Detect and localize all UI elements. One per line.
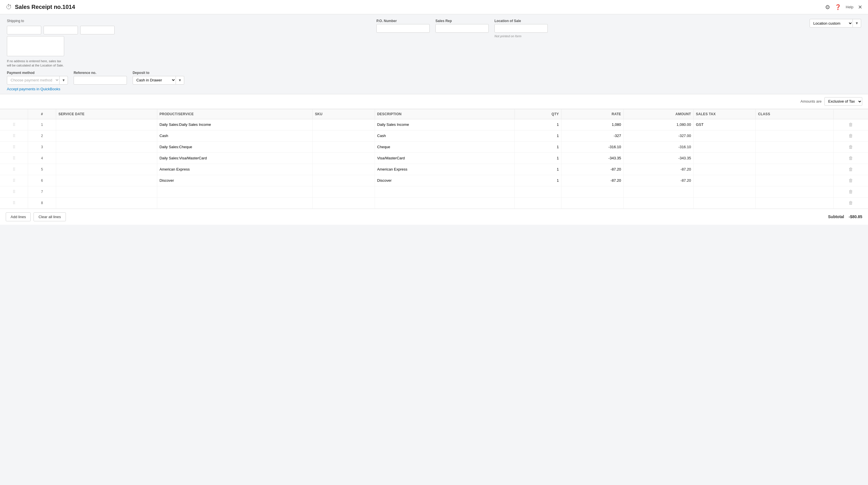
- drag-handle[interactable]: ⠿: [0, 130, 28, 141]
- delete-cell[interactable]: 🗑: [833, 197, 868, 208]
- rate-cell[interactable]: [561, 175, 623, 186]
- qty-cell[interactable]: [515, 130, 561, 141]
- service-date-cell[interactable]: [56, 152, 157, 164]
- rate-cell[interactable]: [561, 152, 623, 164]
- location-of-sale-input[interactable]: [494, 24, 548, 33]
- qty-cell[interactable]: [515, 186, 561, 197]
- description-cell[interactable]: [375, 130, 515, 141]
- payment-method-select[interactable]: Choose payment method Cash Check Credit …: [7, 78, 59, 83]
- drag-handle[interactable]: ⠿: [0, 197, 28, 208]
- close-icon[interactable]: ✕: [858, 4, 862, 10]
- class-cell[interactable]: [756, 164, 833, 175]
- delete-row-button[interactable]: 🗑: [847, 133, 855, 139]
- shipping-input-2[interactable]: [43, 26, 78, 34]
- sku-cell[interactable]: [313, 152, 375, 164]
- rate-cell[interactable]: [561, 119, 623, 130]
- reference-input[interactable]: [73, 76, 127, 85]
- delete-row-button[interactable]: 🗑: [847, 200, 855, 206]
- delete-cell[interactable]: 🗑: [833, 164, 868, 175]
- drag-handle[interactable]: ⠿: [0, 141, 28, 152]
- product-service-cell[interactable]: [157, 152, 313, 164]
- sku-cell[interactable]: [313, 186, 375, 197]
- description-cell[interactable]: [375, 164, 515, 175]
- sku-cell[interactable]: [313, 175, 375, 186]
- sales-tax-cell[interactable]: [693, 197, 756, 208]
- rate-cell[interactable]: [561, 164, 623, 175]
- delete-row-button[interactable]: 🗑: [847, 166, 855, 173]
- sales-tax-cell[interactable]: [693, 141, 756, 152]
- description-cell[interactable]: [375, 152, 515, 164]
- delete-row-button[interactable]: 🗑: [847, 155, 855, 161]
- deposit-select[interactable]: Cash in Drawer: [133, 78, 176, 83]
- class-cell[interactable]: [756, 152, 833, 164]
- product-service-cell[interactable]: [157, 130, 313, 141]
- rate-cell[interactable]: [561, 197, 623, 208]
- delete-row-button[interactable]: 🗑: [847, 144, 855, 150]
- class-cell[interactable]: [756, 141, 833, 152]
- delete-cell[interactable]: 🗑: [833, 152, 868, 164]
- description-cell[interactable]: [375, 186, 515, 197]
- help-label[interactable]: Help: [846, 5, 854, 9]
- sales-tax-cell[interactable]: [693, 164, 756, 175]
- shipping-input-1[interactable]: [7, 26, 41, 34]
- service-date-cell[interactable]: [56, 164, 157, 175]
- sales-tax-cell[interactable]: [693, 186, 756, 197]
- qty-cell[interactable]: [515, 175, 561, 186]
- location-dropdown[interactable]: Location custom ▼: [810, 19, 861, 28]
- delete-cell[interactable]: 🗑: [833, 141, 868, 152]
- sku-cell[interactable]: [313, 197, 375, 208]
- delete-cell[interactable]: 🗑: [833, 175, 868, 186]
- sku-cell[interactable]: [313, 119, 375, 130]
- service-date-cell[interactable]: [56, 141, 157, 152]
- drag-handle[interactable]: ⠿: [0, 152, 28, 164]
- drag-handle[interactable]: ⠿: [0, 164, 28, 175]
- service-date-cell[interactable]: [56, 175, 157, 186]
- settings-icon[interactable]: ⚙: [825, 4, 830, 10]
- description-cell[interactable]: [375, 119, 515, 130]
- delete-row-button[interactable]: 🗑: [847, 121, 855, 128]
- sales-tax-cell[interactable]: [693, 119, 756, 130]
- shipping-input-3[interactable]: [80, 26, 115, 34]
- location-select[interactable]: Location custom: [810, 21, 852, 26]
- po-number-input[interactable]: [376, 24, 430, 33]
- drag-handle[interactable]: ⠿: [0, 186, 28, 197]
- help-icon[interactable]: ❓: [835, 4, 841, 10]
- deposit-dropdown[interactable]: Cash in Drawer ▼: [133, 76, 184, 85]
- product-service-cell[interactable]: [157, 197, 313, 208]
- qty-cell[interactable]: [515, 141, 561, 152]
- qty-cell[interactable]: [515, 152, 561, 164]
- description-cell[interactable]: [375, 197, 515, 208]
- product-service-cell[interactable]: [157, 186, 313, 197]
- class-cell[interactable]: [756, 130, 833, 141]
- description-cell[interactable]: [375, 141, 515, 152]
- sku-cell[interactable]: [313, 164, 375, 175]
- service-date-cell[interactable]: [56, 186, 157, 197]
- rate-cell[interactable]: [561, 186, 623, 197]
- qty-cell[interactable]: [515, 197, 561, 208]
- qty-cell[interactable]: [515, 164, 561, 175]
- delete-row-button[interactable]: 🗑: [847, 177, 855, 184]
- sales-tax-cell[interactable]: [693, 175, 756, 186]
- sales-tax-cell[interactable]: [693, 130, 756, 141]
- product-service-cell[interactable]: [157, 164, 313, 175]
- accept-payments-link[interactable]: Accept payments in QuickBooks: [7, 87, 60, 91]
- amounts-select[interactable]: Exclusive of Tax Inclusive of Tax: [825, 97, 862, 106]
- rate-cell[interactable]: [561, 141, 623, 152]
- add-lines-button[interactable]: Add lines: [6, 212, 31, 221]
- class-cell[interactable]: [756, 186, 833, 197]
- service-date-cell[interactable]: [56, 197, 157, 208]
- class-cell[interactable]: [756, 119, 833, 130]
- description-cell[interactable]: [375, 175, 515, 186]
- qty-cell[interactable]: [515, 119, 561, 130]
- payment-method-dropdown[interactable]: Choose payment method Cash Check Credit …: [7, 76, 68, 85]
- sku-cell[interactable]: [313, 141, 375, 152]
- shipping-address-textarea[interactable]: [7, 36, 64, 56]
- delete-cell[interactable]: 🗑: [833, 119, 868, 130]
- service-date-cell[interactable]: [56, 119, 157, 130]
- delete-cell[interactable]: 🗑: [833, 130, 868, 141]
- class-cell[interactable]: [756, 175, 833, 186]
- class-cell[interactable]: [756, 197, 833, 208]
- product-service-cell[interactable]: [157, 175, 313, 186]
- delete-row-button[interactable]: 🗑: [847, 189, 855, 195]
- sku-cell[interactable]: [313, 130, 375, 141]
